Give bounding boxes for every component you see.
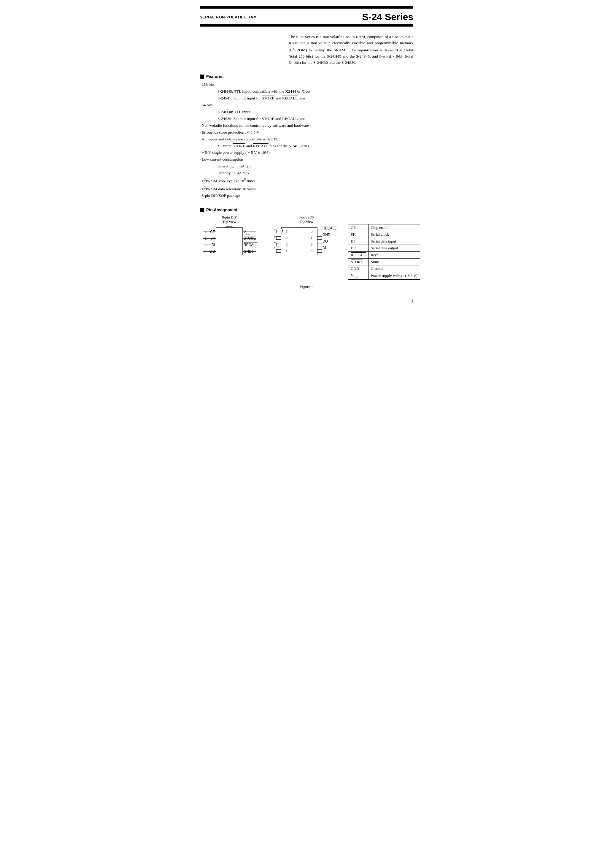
bottom-rule-thick: [200, 24, 413, 26]
sop-title: 8-pin SOP Top view: [299, 215, 314, 224]
svg-text:4: 4: [205, 250, 206, 253]
svg-text:STORE: STORE: [244, 236, 256, 240]
svg-text:DI: DI: [322, 246, 326, 250]
feature-ttl: All inputs and outputs are compatible wi…: [200, 136, 413, 150]
pin-table: CEChip enableSKSerial clockDISerial data…: [348, 224, 420, 280]
pin-table-row: DISerial data input: [348, 238, 420, 245]
pin-table-container: CEChip enableSKSerial clockDISerial data…: [348, 224, 420, 280]
svg-text:3: 3: [286, 243, 288, 246]
svg-text:3: 3: [205, 243, 206, 247]
svg-text:GND: GND: [244, 250, 252, 254]
pin-table-row: VCCPower supply voltage ( + 5 V): [348, 272, 420, 280]
dip-title: 8-pin DIP Top view: [222, 215, 237, 224]
feature-s24s30: S-24S30: Schmitt input for STORE and REC…: [217, 115, 413, 122]
svg-text:8: 8: [311, 229, 313, 233]
svg-text:6: 6: [311, 243, 313, 246]
svg-text:RECALL: RECALL: [322, 226, 336, 230]
features-section: Features 256 bits S-24H45: TTL input, co…: [200, 74, 413, 199]
pin-table-row: SKSerial clock: [348, 231, 420, 238]
svg-text:CE: CE: [274, 239, 276, 243]
description-text: The S-24 Series is a non-volatile CMOS R…: [289, 34, 413, 65]
svg-text:5: 5: [252, 250, 253, 253]
pin-table-row: DOSerial data output: [348, 245, 420, 252]
pin-table-row: RECALLRecall: [348, 252, 420, 259]
svg-text:DO: DO: [322, 239, 328, 243]
pin-table-row: STOREStore: [348, 259, 420, 265]
svg-rect-28: [276, 250, 281, 253]
svg-text:7: 7: [311, 236, 313, 240]
feature-s24s45: S-24S45: Schmitt input for STORE and REC…: [217, 95, 413, 102]
description-block: The S-24 Series is a non-volatile CMOS R…: [289, 34, 413, 66]
svg-text:8: 8: [252, 230, 253, 234]
svg-text:CE: CE: [210, 230, 215, 234]
svg-text:5: 5: [311, 249, 313, 253]
svg-text:GND: GND: [322, 233, 331, 237]
svg-text:VCC: VCC: [244, 230, 250, 235]
sop-package-svg: STORE 1 Vcc 2 CE 3 SK 4 RECALL 8 GND 7 D…: [274, 225, 339, 264]
svg-rect-25: [276, 230, 281, 233]
svg-rect-31: [317, 243, 322, 246]
page-number: 1: [200, 298, 413, 303]
figure-caption: Figure 1: [200, 284, 413, 289]
svg-text:1: 1: [286, 229, 288, 233]
svg-text:SK: SK: [274, 246, 276, 250]
pin-table-row: CEChip enable: [348, 225, 420, 231]
feature-64bits: 64 bits S-24H30: TTL input S-24S30: Schm…: [200, 102, 413, 122]
feature-operating: Operating: 5 mA typ.: [217, 163, 413, 170]
pin-table-row: GNDGround: [348, 265, 420, 272]
svg-text:RECALL: RECALL: [244, 243, 257, 247]
feature-s24h30: S-24H30: TTL input: [217, 108, 413, 115]
features-icon: [200, 74, 204, 79]
top-rule-thick: [200, 6, 413, 8]
pin-assignment-title: Pin Assignment: [200, 208, 413, 212]
svg-rect-27: [276, 243, 281, 246]
dip-package-svg: CE 1 SK 2 DI 3 DO 4 VCC 8 STORE 7 RECALL…: [200, 225, 259, 264]
top-rule-thin: [200, 8, 413, 9]
pin-assignment-section: Pin Assignment 8-pin DIP Top view: [200, 208, 413, 289]
svg-text:4: 4: [286, 249, 288, 253]
svg-text:STORE: STORE: [274, 226, 276, 230]
svg-text:7: 7: [252, 237, 253, 240]
svg-text:SK: SK: [211, 236, 215, 240]
feature-low-current: Low current consumption Operating: 5 mA …: [200, 156, 413, 177]
feature-erroneous: Erroneous store protection : ≈ 3.5 V: [200, 129, 413, 136]
features-list: 256 bits S-24H45: TTL input, compatible …: [200, 81, 413, 199]
svg-text:DI: DI: [212, 243, 215, 247]
svg-rect-8: [216, 228, 243, 255]
dip-diagram: 8-pin DIP Top view: [200, 215, 259, 264]
feature-nonvolatile: Non-volatile functions can be controlled…: [200, 122, 413, 129]
svg-rect-26: [276, 237, 281, 240]
feature-power-supply: + 5-V single power supply ( + 5 V ± 10%): [200, 149, 413, 156]
svg-text:2: 2: [205, 237, 206, 240]
svg-rect-32: [317, 250, 322, 253]
feature-256bits: 256 bits S-24H45: TTL input, compatible …: [200, 81, 413, 102]
feature-store-cycles: E2PROM store cycles : 105 times: [200, 177, 413, 184]
feature-s24h45: S-24H45: TTL input, compatible with the …: [217, 88, 413, 95]
feature-ttl-except: * Except STORE and RECALL pins for the S…: [217, 143, 413, 150]
pin-assignment-icon: [200, 208, 204, 212]
document-title: S-24 Series: [362, 12, 413, 23]
features-title: Features: [200, 74, 413, 79]
svg-text:6: 6: [252, 243, 253, 247]
svg-text:2: 2: [286, 236, 288, 240]
sop-diagram: 8-pin SOP Top view: [274, 215, 339, 264]
bottom-rule-thin: [200, 26, 413, 27]
feature-standby: Standby : 1 μA max.: [217, 170, 413, 177]
feature-data-retention: E2PROM data retention: 10 years: [200, 184, 413, 192]
svg-text:Vcc: Vcc: [274, 233, 276, 238]
document-subtitle: SERIAL NON-VOLATILE RAM: [200, 15, 257, 19]
svg-rect-29: [317, 230, 322, 233]
feature-package: 8-pin DIP/SOP package: [200, 192, 413, 199]
svg-text:1: 1: [205, 230, 206, 234]
svg-rect-30: [317, 237, 322, 240]
svg-text:DO: DO: [210, 250, 215, 254]
